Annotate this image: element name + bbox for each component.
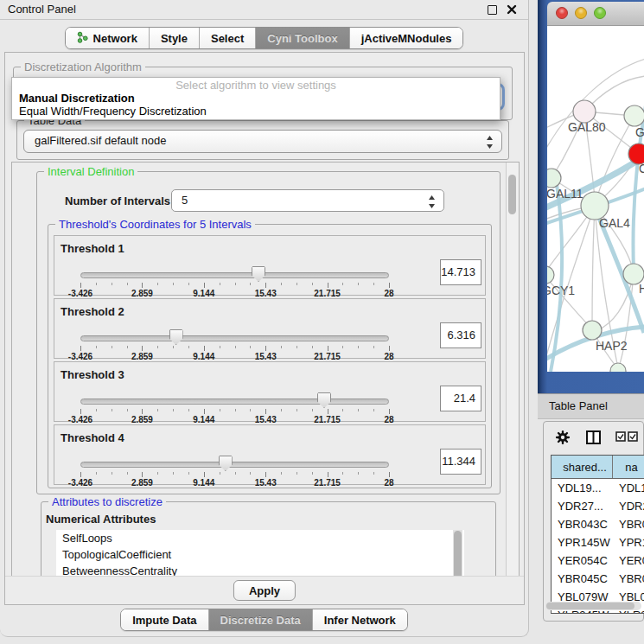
vertical-scrollbar[interactable] bbox=[506, 163, 519, 577]
table-cell[interactable]: YBR045C bbox=[552, 570, 613, 588]
threshold-slider-thumb[interactable] bbox=[169, 329, 183, 345]
table-data-combo[interactable]: galFiltered.sif default node bbox=[23, 130, 502, 153]
tab-style[interactable]: Style bbox=[150, 28, 200, 48]
node-label[interactable]: H bbox=[639, 282, 644, 296]
threshold-slider-track[interactable] bbox=[80, 399, 389, 405]
table-cell[interactable]: YBR043C bbox=[552, 515, 613, 533]
threshold-slider-thumb[interactable] bbox=[317, 392, 331, 408]
close-traffic-light[interactable] bbox=[556, 7, 568, 19]
tick bbox=[342, 472, 343, 475]
threshold-slider-thumb[interactable] bbox=[252, 266, 265, 282]
table-row[interactable]: YBR045CYBR0 bbox=[552, 570, 644, 588]
minimize-traffic-light[interactable] bbox=[575, 7, 587, 19]
tick bbox=[265, 283, 266, 288]
network-window-titlebar bbox=[547, 2, 644, 26]
tab-discretize-data[interactable]: Discretize Data bbox=[209, 609, 313, 630]
threshold-value-field[interactable]: 21.4 bbox=[440, 386, 481, 411]
tick bbox=[312, 472, 313, 475]
tick bbox=[312, 346, 313, 348]
node-hap2[interactable] bbox=[583, 321, 602, 340]
apply-bar: Apply bbox=[5, 576, 524, 604]
table-cell[interactable]: YBR0 bbox=[613, 515, 644, 533]
table-cell[interactable]: YDR27... bbox=[552, 497, 613, 515]
table-row[interactable]: YPR145WYPR1 bbox=[552, 533, 644, 552]
column-header-na[interactable]: na bbox=[613, 456, 644, 478]
threshold-slider-track[interactable] bbox=[80, 462, 389, 468]
tick bbox=[173, 472, 174, 475]
threshold-slider-track[interactable] bbox=[80, 272, 389, 278]
attribute-item-topologicalcoefficient[interactable]: TopologicalCoefficient bbox=[56, 546, 464, 563]
table-cell[interactable]: YDL1 bbox=[613, 479, 644, 497]
bottom-tab-bar: Impute DataDiscretize DataInfer Network bbox=[0, 609, 528, 631]
tick-label: 9.144 bbox=[193, 289, 214, 298]
zoom-traffic-light[interactable] bbox=[594, 7, 606, 19]
node-label[interactable]: C bbox=[639, 162, 644, 175]
tab-impute-data[interactable]: Impute Data bbox=[121, 609, 208, 630]
gear-icon[interactable] bbox=[555, 430, 571, 448]
tick bbox=[142, 346, 143, 351]
table-row[interactable]: YBR043CYBR0 bbox=[552, 515, 644, 533]
node-label[interactable]: GAL80 bbox=[568, 120, 606, 134]
tick bbox=[173, 283, 174, 285]
numerical-attributes-list[interactable]: SelfLoopsTopologicalCoefficientBetweenne… bbox=[56, 530, 464, 578]
threshold-slider-thumb[interactable] bbox=[219, 456, 233, 471]
apply-button[interactable]: Apply bbox=[233, 580, 296, 601]
tab-jactivemnodules[interactable]: jActiveMNodules bbox=[350, 28, 463, 48]
network-canvas[interactable]: GAL80GCGAL11GAL4GCY1HHAP2 bbox=[547, 26, 644, 372]
checkboxes-icon[interactable] bbox=[615, 431, 638, 444]
list-scrollbar[interactable] bbox=[453, 530, 462, 578]
node-label[interactable]: GAL4 bbox=[599, 216, 630, 230]
tick-label: 15.43 bbox=[255, 478, 277, 488]
table-data-group: Table Data galFiltered.sif default node bbox=[16, 120, 509, 160]
close-icon[interactable] bbox=[507, 4, 517, 15]
attribute-item-selfloops[interactable]: SelfLoops bbox=[56, 530, 464, 546]
table-cell[interactable]: YER054C bbox=[552, 552, 613, 570]
num-intervals-spinner[interactable]: 5 bbox=[171, 189, 444, 212]
columns-icon[interactable] bbox=[586, 430, 601, 447]
table-cell[interactable]: YER0 bbox=[613, 552, 644, 570]
popup-item-manual-discretization[interactable]: Manual Discretization bbox=[19, 92, 135, 105]
threshold-value-field[interactable]: 11.344 bbox=[440, 449, 481, 475]
node-label[interactable]: HAP2 bbox=[596, 339, 628, 353]
threshold-label: Threshold 3 bbox=[61, 368, 124, 381]
table-cell[interactable]: YPR1 bbox=[613, 533, 644, 552]
tab-infer-network[interactable]: Infer Network bbox=[313, 609, 407, 630]
tick bbox=[127, 409, 128, 411]
tick bbox=[389, 283, 390, 288]
popup-placeholder-item[interactable]: Select algorithm to view settings bbox=[12, 79, 500, 92]
tick-label: 9.144 bbox=[193, 352, 214, 361]
tick bbox=[373, 283, 374, 285]
table-row[interactable]: YDR27...YDR2 bbox=[552, 497, 644, 515]
tick-label: 9.144 bbox=[193, 415, 214, 424]
tab-select[interactable]: Select bbox=[200, 28, 256, 48]
tick bbox=[157, 283, 158, 285]
table-row[interactable]: YDL19...YDL1 bbox=[552, 479, 644, 497]
tab-cyni-toolbox[interactable]: Cyni Toolbox bbox=[256, 28, 349, 48]
node-g[interactable] bbox=[624, 105, 644, 126]
node-gcy1[interactable] bbox=[547, 266, 554, 284]
tick bbox=[235, 346, 236, 348]
float-icon[interactable] bbox=[488, 5, 497, 15]
node-label[interactable]: GCY1 bbox=[547, 284, 575, 297]
node-unlabeled[interactable] bbox=[610, 363, 626, 372]
control-panel-titlebar: Control Panel bbox=[0, 0, 528, 20]
column-header-shared[interactable]: shared... bbox=[552, 456, 613, 478]
table-cell[interactable]: YPR145W bbox=[552, 533, 613, 552]
tab-network[interactable]: Network bbox=[66, 28, 150, 48]
node-label[interactable]: GAL11 bbox=[547, 187, 583, 201]
table-cell[interactable]: YDL19... bbox=[552, 479, 613, 497]
threshold-slider-track[interactable] bbox=[80, 335, 389, 341]
table-cell[interactable]: YBR0 bbox=[613, 570, 644, 588]
table-cell[interactable]: YDR2 bbox=[613, 497, 644, 515]
spinner-arrows-icon[interactable] bbox=[428, 195, 436, 211]
horizontal-scrollbar[interactable] bbox=[545, 602, 641, 610]
tick-label: 2.859 bbox=[131, 478, 153, 488]
table-row[interactable]: YER054CYER0 bbox=[552, 552, 644, 570]
threshold-value-field[interactable]: 14.713 bbox=[440, 259, 481, 285]
tick-label: 21.715 bbox=[314, 478, 341, 488]
threshold-value-field[interactable]: 6.316 bbox=[440, 322, 481, 348]
node-gal11[interactable] bbox=[547, 169, 561, 188]
tick-label: -3.426 bbox=[68, 415, 92, 424]
popup-item-equal-width-frequency-discretization[interactable]: Equal Width/Frequency Discretization bbox=[19, 105, 207, 118]
node-label[interactable]: G bbox=[635, 125, 644, 139]
